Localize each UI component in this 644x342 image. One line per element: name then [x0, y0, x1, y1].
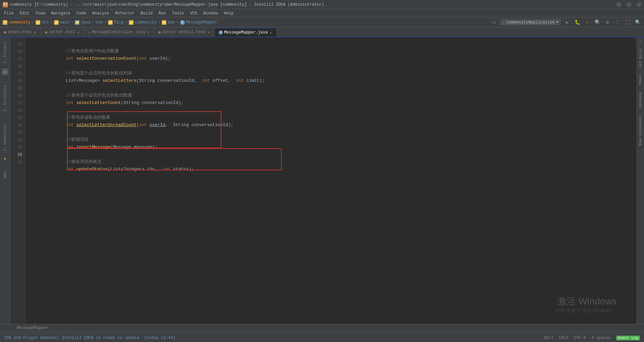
menu-code[interactable]: Code: [74, 10, 89, 16]
event-log-button[interactable]: Event Log: [616, 336, 640, 340]
breadcrumb-community2[interactable]: community: [135, 20, 157, 25]
breadcrumb: 📁 community › 📁 src › 📁 main › 📁 java › …: [3, 20, 217, 25]
menu-navigate[interactable]: Navigate: [48, 10, 73, 16]
favorites-panel-label[interactable]: 2: Favorites: [2, 122, 8, 154]
breadcrumb-mapper[interactable]: MessageMapper: [186, 20, 218, 25]
line-ending[interactable]: CRLF: [559, 336, 569, 340]
menu-tools[interactable]: Tools: [169, 10, 187, 16]
title-bar-left: IJ community [F:\community] - ...\src\ma…: [3, 2, 324, 7]
dao-icon: 📁: [162, 20, 166, 25]
line-num-13: 13: [10, 40, 25, 48]
line-num-23: 23: [10, 114, 25, 121]
minimize-button[interactable]: —: [616, 2, 621, 7]
ant-build-panel[interactable]: Ant Build: [638, 47, 643, 69]
code-container: 13 14 15 16 17 18 19 20 21 22 23 24 25 2…: [10, 38, 637, 324]
breadcrumb-dao[interactable]: dao: [168, 20, 175, 25]
indent[interactable]: 4 spaces: [591, 336, 611, 340]
breadcrumb-java[interactable]: java: [81, 20, 91, 25]
editor-area[interactable]: 13 14 15 16 17 18 19 20 21 22 23 24 25 2…: [10, 38, 637, 324]
search-button[interactable]: 🔍: [634, 19, 641, 26]
project-panel-icon[interactable]: ▣: [2, 68, 8, 75]
code-line-28: //修改消息的状态: [29, 151, 633, 158]
code-line-15: [29, 55, 633, 62]
tab-close-button-5[interactable]: ✕: [269, 30, 273, 35]
fullscreen-button[interactable]: ⛶: [624, 19, 631, 26]
back-button[interactable]: ◁: [490, 19, 497, 26]
breadcrumb-community[interactable]: community: [9, 20, 31, 25]
folder-icon: 📁: [3, 20, 7, 25]
breadcrumb-main[interactable]: main: [60, 20, 70, 25]
current-filename: MessageMapper: [17, 326, 48, 330]
coverage-button[interactable]: ⚡: [584, 19, 591, 26]
star-icon[interactable]: ★: [3, 156, 6, 161]
update-notification[interactable]: IDE and Plugin Updates: IntelliJ IDEA is…: [4, 336, 175, 340]
tab-label-2: letter.html: [49, 30, 75, 35]
line-num-17: 17: [10, 70, 25, 77]
settings-button[interactable]: ⚙: [604, 19, 611, 26]
breadcrumb-src[interactable]: src: [42, 20, 49, 25]
interface-tab-icon: I: [219, 31, 223, 35]
debug-button[interactable]: 🐛: [574, 19, 581, 26]
menu-build[interactable]: Build: [138, 10, 155, 16]
line-numbers: 13 14 15 16 17 18 19 20 21 22 23 24 25 2…: [10, 38, 25, 324]
run-config[interactable]: ☕ CommunityApplication ▼: [500, 19, 561, 25]
community2-icon: 📁: [129, 20, 133, 25]
breadcrumb-ring[interactable]: Ring: [114, 20, 124, 25]
tab-bar: ⊞ index.html ✕ ⊞ letter.html ✕ ☕ Message…: [0, 27, 644, 38]
menu-refactor[interactable]: Refactor: [112, 10, 137, 16]
encoding[interactable]: UTF-8: [574, 336, 586, 340]
line-num-22: 22: [10, 107, 25, 114]
menu-window[interactable]: Window: [201, 10, 220, 16]
code-line-14: int selectConversationCount(int userId);: [29, 48, 633, 55]
tab-letter-html[interactable]: ⊞ letter.html ✕: [41, 27, 84, 37]
breadcrumb-com[interactable]: com: [96, 20, 103, 25]
close-button[interactable]: ✕: [637, 2, 641, 7]
menu-run[interactable]: Run: [156, 10, 169, 16]
line-num-16: 16: [10, 62, 25, 70]
menu-help[interactable]: Help: [221, 10, 236, 16]
project-panel-label[interactable]: 1: Project: [2, 39, 8, 66]
profile-button[interactable]: 🔍: [594, 19, 601, 26]
web-panel-label[interactable]: Web: [2, 169, 8, 181]
run-button[interactable]: ▶: [564, 19, 571, 26]
cursor-position[interactable]: 18:1: [544, 336, 553, 340]
tab-close-button[interactable]: ✕: [33, 30, 37, 35]
maximize-button[interactable]: □: [627, 2, 631, 7]
tab-message-controller[interactable]: ☕ MessageController.java ✕: [85, 27, 155, 37]
src-icon: 📁: [36, 20, 40, 25]
code-line-16: //查询某个会话所包含的私信列表: [29, 62, 633, 70]
menu-edit[interactable]: Edit: [17, 10, 32, 16]
tab-close-button-4[interactable]: ✕: [207, 30, 211, 35]
menu-analyze[interactable]: Analyze: [90, 10, 112, 16]
right-check-icon[interactable]: ✓: [638, 38, 644, 47]
tab-close-button-2[interactable]: ✕: [76, 30, 80, 35]
code-line-26: int insertMessage(Message message);: [29, 136, 633, 144]
more-button[interactable]: ⋮: [614, 19, 621, 26]
tab-index-html[interactable]: ⊞ index.html ✕: [0, 27, 41, 37]
window-title: community [F:\community] - ...\src\main\…: [10, 2, 324, 7]
tab-letter-detail[interactable]: ⊞ letter-detail.html ✕: [154, 27, 215, 37]
java-icon: 📁: [75, 20, 79, 25]
tab-label-4: letter-detail.html: [162, 30, 206, 35]
menu-file[interactable]: File: [1, 10, 16, 16]
tab-message-mapper[interactable]: I MessageMapper.java ✕: [215, 27, 277, 37]
window-controls: — □ ✕: [616, 2, 641, 7]
menu-vcs[interactable]: VCS: [187, 10, 200, 16]
database-panel[interactable]: Database: [638, 90, 643, 110]
line-num-21: 21: [10, 99, 25, 107]
line-num-15: 15: [10, 55, 25, 62]
title-bar: IJ community [F:\community] - ...\src\ma…: [0, 0, 644, 9]
code-line-13: //查询当前用户的会话数量: [29, 40, 633, 48]
java-icon-tab: ☕: [89, 30, 91, 35]
bean-validation-panel[interactable]: Bean Validation: [638, 113, 643, 148]
left-sidebar: 1: Project ▣ 2: Structure 2: Favorites ★…: [0, 38, 10, 324]
structure-panel-label[interactable]: 2: Structure: [2, 82, 8, 114]
code-content[interactable]: //查询当前用户的会话数量 int selectConversationCoun…: [25, 38, 637, 324]
menu-view[interactable]: View: [33, 10, 48, 16]
run-config-label: CommunityApplication: [506, 20, 555, 25]
maven-panel[interactable]: Maven: [638, 72, 643, 87]
line-num-19: 19: [10, 84, 25, 92]
status-right: 18:1 CRLF UTF-8 4 spaces Event Log: [544, 336, 640, 340]
tab-label-3: MessageController.java: [92, 30, 145, 35]
tab-close-button-3[interactable]: ✕: [147, 30, 150, 35]
